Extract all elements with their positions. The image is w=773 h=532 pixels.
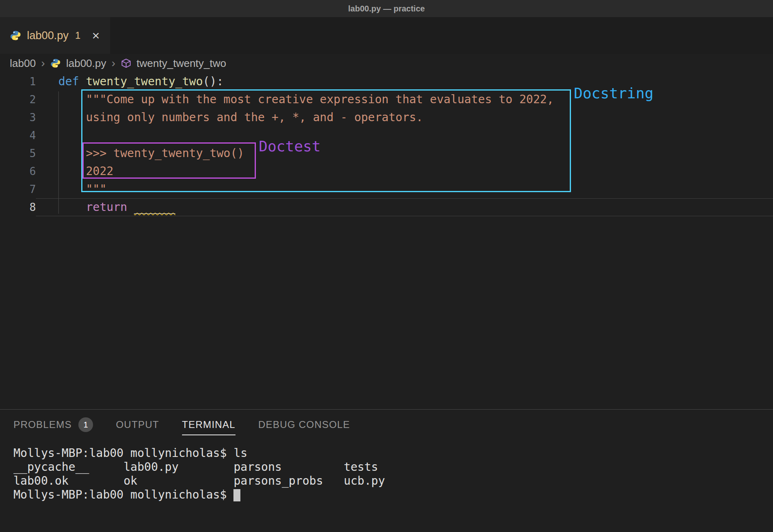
code-line-1[interactable]: 1def twenty_twenty_two(): xyxy=(0,73,773,91)
breadcrumb: lab00 › lab00.py › twenty_twenty_two xyxy=(0,54,773,73)
doctest-annotation-label: Doctest xyxy=(259,138,321,155)
terminal-prompt: Mollys-MBP:lab00 mollynicholas$ xyxy=(13,488,233,501)
symbol-cube-icon xyxy=(121,58,131,69)
code-line-8[interactable]: 8 return ______ xyxy=(0,198,773,216)
code-line-content: def twenty_twenty_two(): xyxy=(36,73,773,91)
line-number: 5 xyxy=(0,144,36,162)
line-number: 3 xyxy=(0,109,36,126)
panel-tab-label: PROBLEMS xyxy=(13,419,72,430)
panel-tab-terminal[interactable]: TERMINAL xyxy=(182,416,235,435)
tab-bar: lab00.py 1 × xyxy=(0,17,773,54)
tab-close-icon[interactable]: × xyxy=(92,29,100,42)
tab-modified-count: 1 xyxy=(75,30,80,41)
terminal-line: Mollys-MBP:lab00 mollynicholas$ ls xyxy=(13,446,773,460)
line-number: 7 xyxy=(0,180,36,198)
line-number: 4 xyxy=(0,126,36,144)
chevron-right-icon: › xyxy=(41,57,45,70)
terminal-line: __pycache__ lab00.py parsons tests xyxy=(13,460,773,474)
code-editor[interactable]: 1def twenty_twenty_two():2 """Come up wi… xyxy=(0,73,773,409)
chevron-right-icon: › xyxy=(111,57,115,70)
doctest-annotation-box xyxy=(82,142,256,179)
breadcrumb-file[interactable]: lab00.py xyxy=(66,57,106,70)
line-number: 6 xyxy=(0,162,36,180)
panel-tab-debug-console[interactable]: DEBUG CONSOLE xyxy=(258,416,350,435)
docstring-annotation-label: Docstring xyxy=(574,85,653,102)
breadcrumb-symbol[interactable]: twenty_twenty_two xyxy=(137,57,227,70)
window-title: lab00.py — practice xyxy=(348,4,425,13)
problems-count-badge: 1 xyxy=(78,417,93,432)
python-icon xyxy=(10,30,21,41)
panel-tab-output[interactable]: OUTPUT xyxy=(116,416,159,435)
panel-tab-label: DEBUG CONSOLE xyxy=(258,419,350,430)
tab-lab00py[interactable]: lab00.py 1 × xyxy=(0,17,110,54)
terminal-prompt-line: Mollys-MBP:lab00 mollynicholas$ xyxy=(13,488,773,502)
tab-filename: lab00.py xyxy=(27,29,69,42)
python-icon xyxy=(50,58,61,69)
terminal-line: lab00.ok ok parsons_probs ucb.py xyxy=(13,474,773,488)
line-number: 8 xyxy=(0,198,36,216)
line-number: 2 xyxy=(0,91,36,109)
panel-tab-label: OUTPUT xyxy=(116,419,159,430)
breadcrumb-folder[interactable]: lab00 xyxy=(10,57,36,70)
terminal-cursor xyxy=(233,489,240,501)
panel-tab-problems[interactable]: PROBLEMS1 xyxy=(13,414,93,437)
panel-tab-label: TERMINAL xyxy=(182,419,235,430)
panel-tab-bar: PROBLEMS1OUTPUTTERMINALDEBUG CONSOLE xyxy=(0,410,773,441)
terminal-output[interactable]: Mollys-MBP:lab00 mollynicholas$ ls__pyca… xyxy=(0,441,773,502)
bottom-panel: PROBLEMS1OUTPUTTERMINALDEBUG CONSOLE Mol… xyxy=(0,409,773,532)
code-line-content: return ______ xyxy=(36,198,773,216)
indent-guide xyxy=(58,91,59,214)
line-number: 1 xyxy=(0,73,36,91)
window-titlebar: lab00.py — practice xyxy=(0,0,773,17)
